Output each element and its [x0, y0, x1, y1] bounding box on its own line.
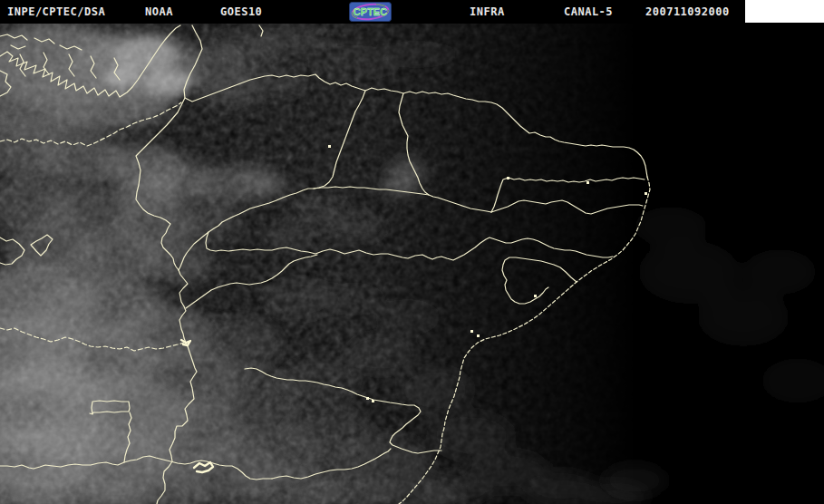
bright-dot-2 [372, 400, 374, 402]
blank-corner-box [745, 0, 824, 23]
bright-dot-1 [366, 397, 369, 400]
bright-dot-4 [507, 177, 509, 179]
bright-dot-7 [534, 295, 537, 297]
bright-dot-6 [645, 192, 647, 195]
satellite-label: GOES10 [220, 5, 262, 18]
cloud-noise-texture [0, 24, 635, 504]
channel-label: CANAL-5 [564, 5, 613, 18]
satellite-map-canvas [0, 24, 824, 504]
band-label: INFRA [470, 5, 505, 18]
agency-label: INPE/CPTEC/DSA [7, 5, 105, 18]
header-bar: INPE/CPTEC/DSA NOAA GOES10 CPTEC INFRA C… [0, 0, 824, 24]
bright-dot-5 [586, 181, 589, 184]
operator-label: NOAA [145, 5, 173, 18]
logo-text: CPTEC [354, 6, 387, 17]
bright-dot-3 [328, 145, 331, 148]
bright-dot-9 [477, 334, 480, 337]
timestamp-label: 200711092000 [645, 5, 730, 18]
satellite-image-viewer: INPE/CPTEC/DSA NOAA GOES10 CPTEC INFRA C… [0, 0, 824, 504]
satellite-map [0, 24, 824, 504]
cptec-logo: CPTEC [349, 2, 392, 22]
bright-dot-8 [470, 330, 473, 333]
